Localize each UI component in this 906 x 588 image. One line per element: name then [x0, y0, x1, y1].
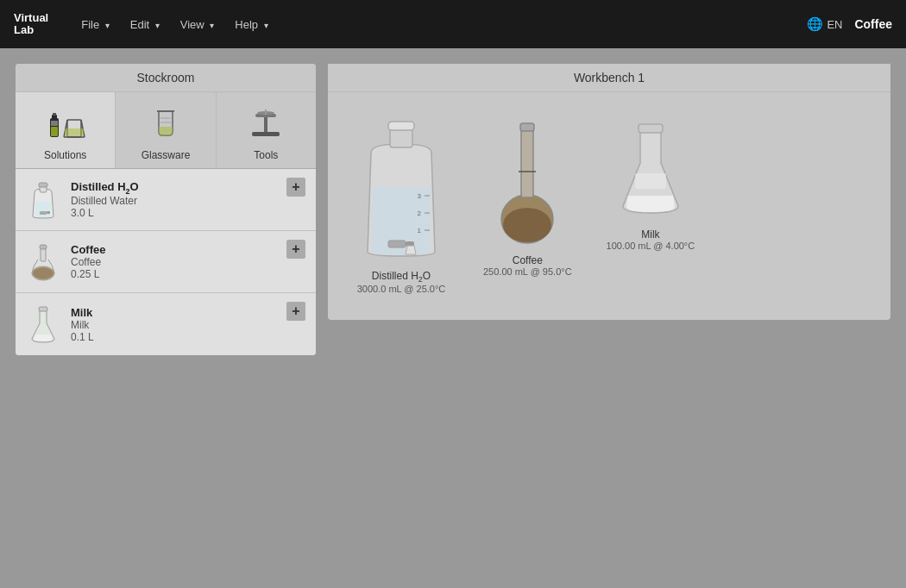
- language-label: EN: [827, 18, 842, 31]
- menu-items: File ▾ Edit ▾ View ▾ Help ▾: [72, 13, 807, 36]
- svg-point-24: [33, 267, 53, 279]
- coffee-icon: [26, 242, 60, 282]
- milk-vessel-label: Milk: [641, 228, 659, 241]
- svg-rect-3: [51, 127, 58, 136]
- coffee-name: Coffee: [71, 243, 305, 256]
- tab-tools-label: Tools: [254, 149, 278, 161]
- app-logo: Virtual Lab: [14, 12, 48, 37]
- svg-rect-12: [252, 132, 280, 136]
- main-content: Stockroom: [0, 48, 906, 588]
- glassware-icon: [143, 101, 188, 146]
- menu-bar: Virtual Lab File ▾ Edit ▾ View ▾ Help ▾ …: [0, 0, 906, 48]
- svg-rect-7: [65, 128, 84, 136]
- milk-info: Milk Milk 0.1 L: [71, 306, 305, 343]
- stockroom-item-milk[interactable]: Milk Milk 0.1 L +: [16, 293, 316, 355]
- distilled-water-sub: Distilled Water: [71, 195, 305, 207]
- coffee-amount: 0.25 L: [71, 268, 305, 280]
- tab-solutions-label: Solutions: [44, 149, 86, 161]
- milk-name: Milk: [71, 306, 305, 319]
- globe-icon: 🌐: [807, 16, 823, 32]
- add-distilled-water-button[interactable]: +: [286, 178, 305, 197]
- coffee-vessel-label: Coffee: [513, 254, 543, 266]
- stockroom-item-coffee[interactable]: Coffee Coffee 0.25 L +: [16, 231, 316, 293]
- workbench-panel: Workbench 1 3 2: [328, 64, 890, 320]
- tab-solutions[interactable]: Solutions: [16, 92, 116, 168]
- svg-rect-13: [264, 116, 267, 132]
- svg-rect-25: [39, 307, 47, 311]
- svg-rect-38: [520, 123, 534, 131]
- menu-view[interactable]: View ▾: [172, 13, 223, 36]
- language-button[interactable]: 🌐 EN: [807, 16, 842, 32]
- svg-rect-4: [51, 121, 58, 126]
- workbench-content: 3 2 1 Distilled H2O 3000.0 mL @ 25.0°C: [328, 92, 890, 320]
- workbench-milk[interactable]: Milk 100.00 mL @ 4.00°C: [607, 120, 695, 251]
- menu-edit[interactable]: Edit ▾: [122, 13, 168, 36]
- svg-rect-42: [635, 173, 666, 189]
- svg-rect-16: [265, 109, 267, 115]
- coffee-flask-svg: [493, 111, 562, 249]
- workbench-distilled-water[interactable]: 3 2 1 Distilled H2O 3000.0 mL @ 25.0°C: [354, 109, 449, 294]
- svg-rect-2: [53, 113, 56, 116]
- workbench-coffee[interactable]: Coffee 250.00 mL @ 95.0°C: [483, 111, 572, 277]
- menu-right: 🌐 EN Coffee: [807, 16, 892, 32]
- svg-rect-23: [40, 245, 47, 249]
- svg-rect-27: [388, 122, 414, 130]
- add-coffee-button[interactable]: +: [286, 240, 305, 259]
- tab-glassware-label: Glassware: [142, 149, 191, 161]
- stockroom-item-distilled-water[interactable]: Distilled H2O Distilled Water 3.0 L +: [16, 169, 316, 231]
- milk-vessel-sublabel: 100.00 mL @ 4.00°C: [607, 241, 695, 251]
- svg-rect-19: [40, 211, 47, 215]
- distilled-water-vessel-label: Distilled H2O: [372, 270, 431, 284]
- coffee-vessel-sublabel: 250.00 mL @ 95.0°C: [483, 266, 572, 277]
- menu-file[interactable]: File ▾: [72, 13, 118, 36]
- stockroom-tabs: Solutions: [16, 92, 316, 169]
- milk-sub: Milk: [71, 319, 305, 331]
- distilled-water-name: Distilled H2O: [71, 180, 305, 196]
- coffee-info: Coffee Coffee 0.25 L: [71, 243, 305, 280]
- svg-rect-18: [39, 183, 47, 187]
- menu-help[interactable]: Help ▾: [226, 13, 276, 36]
- stockroom-panel: Stockroom: [16, 64, 316, 355]
- stockroom-items: Distilled H2O Distilled Water 3.0 L +: [16, 169, 316, 355]
- svg-rect-34: [388, 241, 406, 247]
- solutions-icon: [43, 101, 88, 146]
- tab-tools[interactable]: Tools: [217, 92, 316, 168]
- distilled-water-info: Distilled H2O Distilled Water 3.0 L: [71, 180, 305, 220]
- distilled-water-amount: 3.0 L: [71, 207, 305, 219]
- svg-rect-20: [47, 211, 50, 214]
- stockroom-title: Stockroom: [16, 64, 316, 92]
- coffee-sub: Coffee: [71, 256, 305, 268]
- milk-icon: [26, 304, 60, 344]
- distilled-water-icon: [26, 180, 60, 220]
- svg-text:2: 2: [418, 210, 422, 217]
- tools-icon: [243, 101, 288, 146]
- carboy-svg: 3 2 1: [354, 109, 449, 265]
- milk-flask-svg: [616, 120, 685, 223]
- username-label: Coffee: [854, 17, 892, 31]
- svg-point-39: [503, 208, 551, 242]
- svg-rect-41: [639, 124, 663, 133]
- svg-rect-37: [521, 128, 533, 197]
- workbench-title: Workbench 1: [328, 64, 890, 92]
- add-milk-button[interactable]: +: [286, 302, 305, 321]
- milk-amount: 0.1 L: [71, 331, 305, 343]
- svg-text:3: 3: [418, 192, 422, 200]
- svg-text:1: 1: [418, 227, 422, 235]
- tab-glassware[interactable]: Glassware: [116, 92, 216, 168]
- distilled-water-vessel-sublabel: 3000.0 mL @ 25.0°C: [357, 284, 446, 294]
